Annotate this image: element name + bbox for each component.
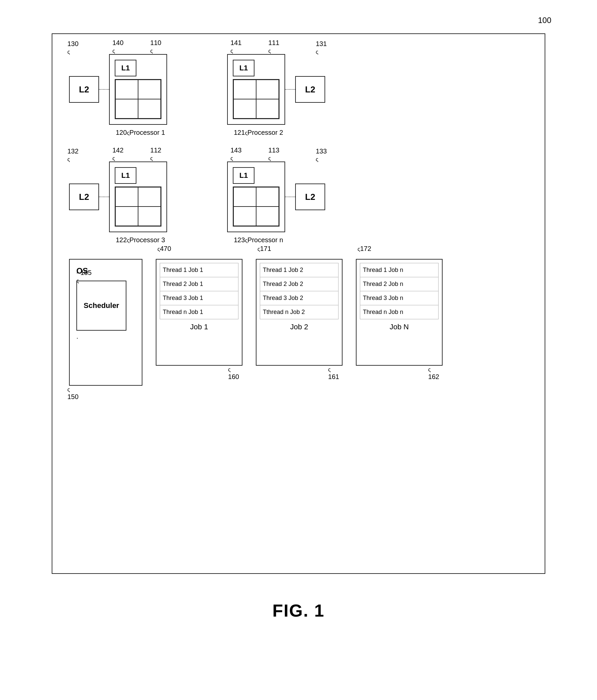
jobn-threads: Thread 1 Job n Thread 2 Job n Thread 3 J… [360,263,439,319]
proc3-name-ref: 122ςProcessor 3 [116,236,165,244]
core-cell [233,99,256,119]
l2-cache-proc2: L2 [295,76,325,103]
core-cell [138,187,161,206]
ref-100: 100 [538,16,551,25]
thread-row: Thread 2 Job n [360,277,438,291]
thread-row: Thread 3 Job n [360,291,438,305]
processor-2-box: L1 [227,54,285,125]
ref-150: ς150 [68,385,78,401]
ref-110: 110ς [150,39,161,54]
core-cell [115,187,138,206]
core-cell [138,99,161,119]
dotted-line-proc1 [99,89,109,90]
thread-row: Thread 3 Job 2 [260,291,338,305]
os-box: OS - 155ς Scheduler · [69,259,142,386]
scheduler-box: Scheduler [76,281,126,331]
core-cell [138,80,161,99]
thread-row: Thread 2 Job 1 [160,277,238,291]
thread-row: Thread n Job n [360,305,438,319]
job1-threads: Thread 1 Job 1 Thread 2 Job 1 Thread 3 J… [160,263,238,319]
core-cell [233,206,256,226]
proc2-name-ref: 121ςProcessor 2 [234,129,283,136]
ref-132: 132ς [68,148,78,163]
l2-cache-proc1: L2 [69,76,99,103]
core-grid-procn [233,186,280,227]
proc1-name-ref: 120ςProcessor 1 [116,129,165,136]
scheduler-dot: · [76,334,135,342]
core-cell [138,206,161,226]
l1-cache-proc2: L1 [233,60,255,76]
core-cell [233,80,256,99]
ref-160: ς160 [228,365,239,381]
core-cell [256,206,279,226]
job2-threads: Thread 1 Job 2 Thread 2 Job 2 Thread 3 J… [260,263,339,319]
procn-name-ref: 123ςProcessor n [234,236,283,244]
processor-3-box: L1 [109,161,167,232]
ref-161: ς161 [328,365,339,381]
jobn-label: Job N [360,323,439,331]
processor-1-box: L1 [109,54,167,125]
dotted-line-procn [285,197,295,197]
dotted-line-proc2 [285,89,295,90]
ref-133: 133ς [316,148,327,163]
core-grid-proc3 [115,186,161,227]
ref-171: ς171 [258,245,271,253]
thread-row: Thread 1 Job n [360,263,438,277]
core-grid-proc2 [233,79,280,119]
core-grid-proc1 [115,79,161,119]
page-container: 100 130ς L2 140ς [0,0,597,700]
job2-label: Job 2 [260,323,339,331]
core-cell [115,99,138,119]
thread-row: Thread 1 Job 2 [260,263,338,277]
ref-113: 113ς [268,147,279,162]
jobn-box: Thread 1 Job n Thread 2 Job n Thread 3 J… [356,259,443,366]
thread-row: Thread n Job 1 [160,305,238,319]
job1-label: Job 1 [160,323,238,331]
ref-142: 142ς [112,147,123,162]
processor-n-box: L1 [227,161,285,232]
ref-112: 112ς [150,147,161,162]
ref-143: 143ς [231,147,241,162]
dotted-line-proc3 [99,197,109,197]
ref-130: 130ς [68,40,78,55]
ref-470: ς470 [157,245,171,253]
ref-172: ς172 [358,245,371,253]
core-cell [256,187,279,206]
figure-caption: FIG. 1 [272,601,325,621]
l1-cache-proc1: L1 [115,60,136,76]
job2-box: Thread 1 Job 2 Thread 2 Job 2 Thread 3 J… [256,259,342,366]
l2-cache-procn: L2 [295,183,325,210]
outer-diagram-box: 100 130ς L2 140ς [52,33,545,574]
core-cell [256,99,279,119]
ref-131: 131ς [316,40,327,55]
l1-cache-proc3: L1 [115,167,136,184]
core-cell [256,80,279,99]
core-cell [115,206,138,226]
l1-cache-procn: L1 [233,167,255,184]
ref-141: 141ς [231,39,241,54]
core-cell [115,80,138,99]
thread-row: Thread 3 Job 1 [160,291,238,305]
thread-row: Thread 1 Job 1 [160,263,238,277]
thread-row: Thread 2 Job 2 [260,277,338,291]
ref-140: 140ς [112,39,123,54]
l2-cache-proc3: L2 [69,183,99,210]
ref-111: 111ς [268,39,279,54]
job1-box: Thread 1 Job 1 Thread 2 Job 1 Thread 3 J… [156,259,242,366]
thread-row: Tthread n Job 2 [260,305,338,319]
core-cell [233,187,256,206]
ref-162: ς162 [428,365,439,381]
